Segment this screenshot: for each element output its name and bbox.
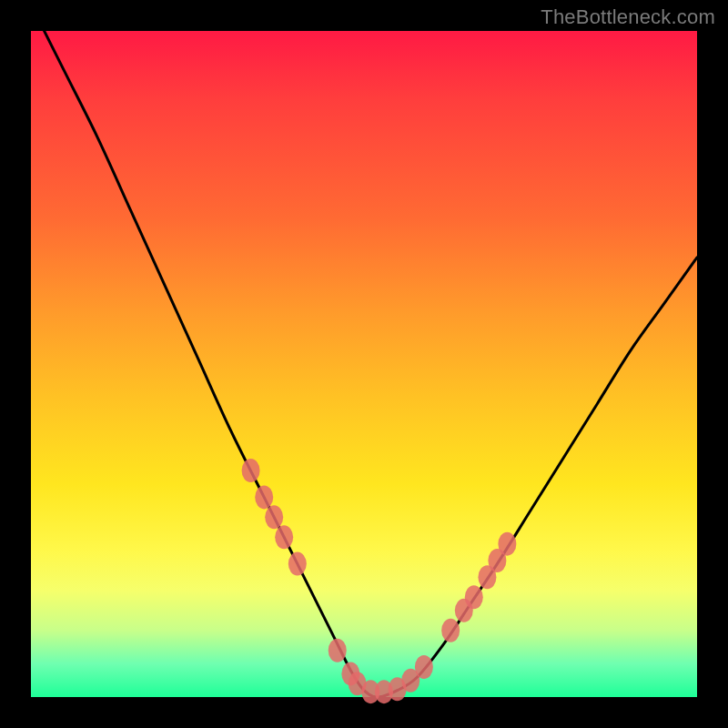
curve-marker [255,485,273,509]
curve-markers [242,459,517,703]
chart-frame: TheBottleneck.com [0,0,728,728]
curve-marker [329,639,347,662]
curve-marker [242,459,260,482]
curve-marker [288,552,307,576]
plot-area [31,31,697,697]
curve-marker [265,505,283,529]
curve-marker [415,655,433,679]
chart-svg [31,31,697,697]
curve-marker [498,532,516,556]
curve-marker [441,619,460,642]
curve-marker [465,585,483,609]
watermark-text: TheBottleneck.com [541,5,715,29]
curve-marker [275,525,293,549]
bottleneck-curve [31,5,697,697]
